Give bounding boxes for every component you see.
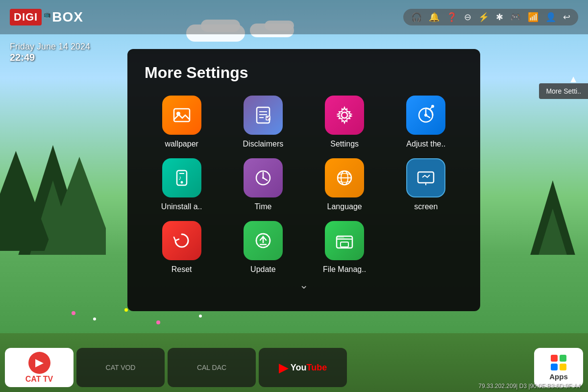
youtube-label: YouTube [291, 363, 327, 373]
time-icon [244, 158, 283, 197]
logo-box: 📺BOX [44, 9, 83, 25]
dot-blue [551, 364, 558, 370]
disclaimers-icon [244, 96, 283, 135]
svg-point-17 [424, 114, 427, 117]
svg-point-26 [262, 177, 264, 179]
headphone-icon[interactable]: 🎧 [411, 12, 422, 23]
gamepad-icon[interactable]: 🎮 [510, 12, 521, 23]
account-icon[interactable]: 👤 [545, 12, 556, 23]
apps-button[interactable]: Apps [534, 348, 583, 387]
top-right-icons: 🎧 🔔 ❓ ⊖ ⚡ ✱ 🎮 📶 👤 ↩ [403, 9, 578, 25]
settings-item-reset[interactable]: Reset [145, 221, 219, 274]
reset-icon [162, 221, 201, 260]
cat-tv-app[interactable]: ▶ CAT TV [5, 348, 74, 387]
svg-rect-8 [174, 109, 190, 122]
wallpaper-label: wallpaper [165, 140, 198, 148]
minus-icon[interactable]: ⊖ [464, 12, 471, 23]
empty-slot [389, 221, 463, 274]
settings-item-disclaimers[interactable]: Disclaimers [226, 96, 300, 148]
scroll-down-arrow[interactable]: ⌄ [145, 279, 463, 292]
svg-rect-39 [341, 242, 348, 247]
panel-title: More Settings [145, 64, 463, 82]
settings-grid: wallpaper Disclaimers [145, 96, 463, 274]
language-label: Language [327, 202, 362, 211]
logo-digi: DIGI [10, 9, 42, 25]
cat-tv-logo: ▶ CAT TV [25, 352, 53, 384]
filemanager-label: File Manag.. [323, 265, 366, 274]
uninstall-label: Uninstall a.. [161, 202, 202, 211]
screen-label: screen [414, 202, 438, 211]
disclaimers-label: Disclaimers [243, 140, 284, 148]
top-bar: DIGI 📺BOX 🎧 🔔 ❓ ⊖ ⚡ ✱ 🎮 📶 👤 ↩ [0, 0, 588, 34]
language-icon [325, 158, 364, 197]
cat-vod-app[interactable]: CAT VOD [76, 348, 165, 387]
update-icon [244, 221, 283, 260]
svg-marker-0 [16, 145, 90, 263]
svg-rect-30 [418, 172, 434, 183]
cat-tv-label: CAT TV [25, 375, 53, 384]
svg-point-15 [342, 112, 347, 118]
settings-item-time[interactable]: Time [226, 158, 300, 211]
svg-point-18 [431, 105, 434, 108]
apps-dots [551, 355, 566, 370]
dot-red [551, 355, 558, 362]
settings-label: Settings [330, 140, 359, 148]
help-icon[interactable]: ❓ [446, 12, 457, 23]
settings-item-filemanager[interactable]: File Manag.. [308, 221, 382, 274]
settings-item-language[interactable]: Language [308, 158, 382, 211]
settings-item-update[interactable]: Update [226, 221, 300, 274]
status-bar: 79.33.202.209| D3 |90:0E:B3:6D:9F:A4 [479, 383, 581, 390]
settings-item-settings[interactable]: Settings [308, 96, 382, 148]
back-icon[interactable]: ↩ [563, 12, 570, 23]
settings-item-uninstall[interactable]: ♪ Uninstall a.. [145, 158, 219, 211]
cat-vod-label: CAT VOD [106, 364, 136, 371]
logo: DIGI 📺BOX [10, 9, 83, 25]
adjust-icon [406, 96, 445, 135]
settings-item-adjust[interactable]: Adjust the.. [389, 96, 463, 148]
cal-label: CAL DAC [197, 364, 226, 371]
cat-play-icon: ▶ [28, 352, 50, 374]
date-display: Friday June 14 2024 [10, 42, 90, 52]
settings-item-wallpaper[interactable]: wallpaper [145, 96, 219, 148]
settings-panel: More Settings wallpaper [127, 49, 480, 311]
youtube-app[interactable]: ▶ YouTube [259, 348, 347, 387]
time-label: Time [254, 202, 271, 211]
reset-label: Reset [172, 265, 192, 274]
more-settings-btn[interactable]: More Setti.. [539, 83, 588, 99]
lightning-icon[interactable]: ⚡ [478, 12, 489, 23]
svg-marker-4 [42, 157, 106, 257]
svg-marker-3 [0, 151, 53, 251]
youtube-play-icon: ▶ [279, 360, 289, 375]
apps-label: Apps [549, 372, 568, 381]
alarm-icon[interactable]: 🔔 [429, 12, 440, 23]
time-display: 22:49 [10, 52, 90, 63]
svg-point-21 [180, 181, 183, 184]
wallpaper-icon [162, 96, 201, 135]
uninstall-icon: ♪ [162, 158, 201, 197]
bluetooth-icon[interactable]: ✱ [496, 12, 503, 23]
adjust-label: Adjust the.. [406, 140, 445, 148]
settings-icon [325, 96, 364, 135]
update-label: Update [250, 265, 276, 274]
wifi-icon[interactable]: 📶 [528, 12, 539, 23]
settings-item-screen[interactable]: screen [389, 158, 463, 211]
svg-text:♪: ♪ [178, 174, 182, 181]
cal-app[interactable]: CAL DAC [168, 348, 256, 387]
filemanager-icon [325, 221, 364, 260]
dot-yellow [560, 364, 566, 370]
datetime: Friday June 14 2024 22:49 [10, 42, 90, 63]
screen-icon [406, 158, 445, 197]
dot-green [560, 355, 566, 362]
